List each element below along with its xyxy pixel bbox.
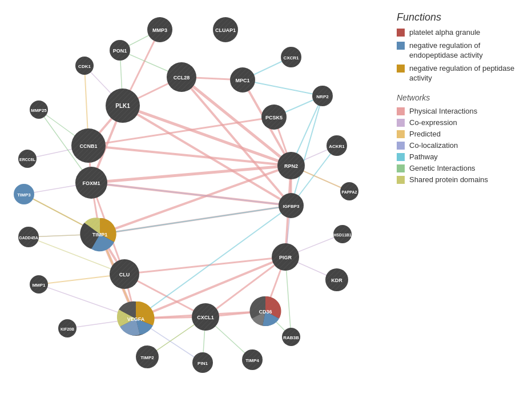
svg-text:PIGR: PIGR	[279, 255, 292, 260]
svg-text:IGFBP3: IGFBP3	[283, 204, 300, 209]
network-swatch-7	[397, 176, 405, 184]
function-swatch-1	[397, 29, 405, 37]
svg-text:RAB3B: RAB3B	[283, 335, 299, 340]
network-label-7: Shared protein domains	[409, 175, 488, 184]
network-swatch-6	[397, 164, 405, 172]
svg-text:CLUAP1: CLUAP1	[215, 27, 236, 33]
network-item-1: Physical Interactions	[397, 107, 523, 115]
svg-text:NRP2: NRP2	[316, 94, 329, 99]
svg-text:CDK1: CDK1	[78, 64, 91, 69]
svg-text:ACKR1: ACKR1	[329, 144, 345, 149]
function-label-1: platelet alpha granule	[409, 28, 480, 38]
network-label-5: Pathway	[409, 152, 438, 161]
network-item-5: Pathway	[397, 152, 523, 161]
svg-text:ERCC6L: ERCC6L	[19, 158, 36, 162]
svg-text:CCL28: CCL28	[174, 75, 190, 81]
main-container: MMP3 CLUAP1 PON1 CDK1 CCL28 MPC1 CXCR1 N…	[0, 0, 532, 394]
svg-text:MMP1: MMP1	[32, 283, 46, 288]
svg-text:CCNB1: CCNB1	[79, 143, 97, 149]
function-swatch-3	[397, 65, 405, 73]
functions-title: Functions	[397, 11, 523, 23]
svg-text:CXCL1: CXCL1	[197, 315, 214, 320]
svg-text:MMP25: MMP25	[31, 108, 47, 113]
network-swatch-5	[397, 153, 405, 161]
function-label-2: negative regulation of endopeptidase act…	[409, 41, 523, 61]
network-label-2: Co-expression	[409, 118, 457, 127]
network-label-6: Genetic Interactions	[409, 164, 475, 172]
network-swatch-3	[397, 130, 405, 138]
svg-text:FOXM1: FOXM1	[82, 180, 100, 186]
network-label-1: Physical Interactions	[409, 107, 477, 115]
network-item-7: Shared protein domains	[397, 175, 523, 184]
network-item-6: Genetic Interactions	[397, 164, 523, 172]
network-swatch-4	[397, 142, 405, 150]
svg-text:PAPPA2: PAPPA2	[342, 190, 357, 194]
svg-line-4	[100, 166, 291, 234]
network-item-3: Predicted	[397, 130, 523, 138]
function-label-3: negative regulation of peptidase activit…	[409, 64, 523, 83]
svg-text:KDR: KDR	[331, 278, 342, 283]
svg-text:MMP3: MMP3	[152, 27, 167, 33]
svg-text:PCSK5: PCSK5	[265, 115, 283, 120]
svg-text:HSD11B1: HSD11B1	[333, 233, 352, 237]
svg-text:CD36: CD36	[259, 309, 272, 315]
legend-panel: Functions platelet alpha granule negativ…	[388, 6, 532, 192]
svg-text:PIN1: PIN1	[198, 361, 208, 366]
networks-title: Networks	[397, 93, 523, 102]
function-item-2: negative regulation of endopeptidase act…	[397, 41, 523, 61]
svg-text:CLU: CLU	[119, 272, 130, 278]
svg-text:TIMP2: TIMP2	[140, 355, 154, 360]
function-swatch-2	[397, 42, 405, 50]
svg-text:CXCR1: CXCR1	[283, 55, 299, 61]
svg-line-23	[124, 257, 285, 274]
svg-text:TIMP1: TIMP1	[92, 232, 108, 238]
svg-text:PON1: PON1	[113, 48, 127, 54]
network-label-3: Predicted	[409, 130, 441, 138]
svg-text:TIMP4: TIMP4	[245, 358, 259, 363]
network-item-2: Co-expression	[397, 118, 523, 127]
network-swatch-1	[397, 107, 405, 115]
svg-text:VEGFA: VEGFA	[127, 316, 145, 322]
network-swatch-2	[397, 119, 405, 127]
svg-text:KIF20B: KIF20B	[61, 327, 74, 331]
network-label-4: Co-localization	[409, 141, 458, 150]
svg-text:RPN2: RPN2	[284, 163, 298, 169]
svg-line-12	[91, 166, 291, 183]
network-item-4: Co-localization	[397, 141, 523, 150]
svg-line-47	[291, 96, 323, 206]
svg-text:GADD45A: GADD45A	[19, 236, 38, 240]
network-graph: MMP3 CLUAP1 PON1 CDK1 CCL28 MPC1 CXCR1 N…	[0, 0, 388, 394]
svg-text:MPC1: MPC1	[235, 78, 249, 83]
svg-text:TIMP3: TIMP3	[17, 192, 31, 198]
svg-text:PLK1: PLK1	[115, 103, 130, 109]
function-item-3: negative regulation of peptidase activit…	[397, 64, 523, 83]
function-item-1: platelet alpha granule	[397, 28, 523, 38]
svg-line-45	[100, 206, 291, 234]
